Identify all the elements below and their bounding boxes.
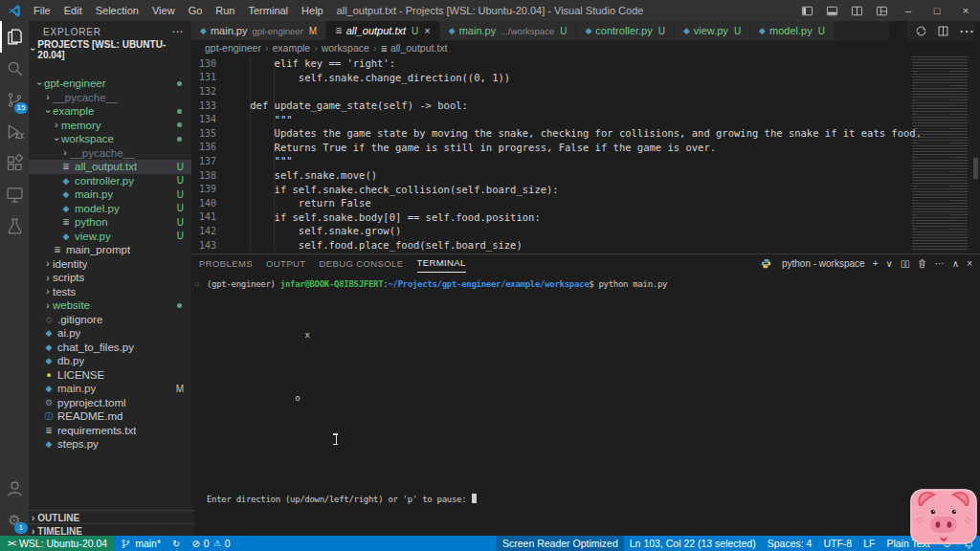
explorer-more-actions-icon[interactable]: ⋯ (171, 25, 184, 38)
breadcrumb-item-all-output-txt[interactable]: ≣all_output.txt (380, 42, 447, 54)
menu-selection[interactable]: Selection (89, 5, 145, 16)
tree-file-ai-py[interactable]: ◆ai.py (29, 326, 191, 341)
terminal[interactable]: ○(gpt-engineer) jnfar@BOOK-Q8IBSJFERT:~/… (191, 272, 980, 536)
menu-run[interactable]: Run (209, 5, 241, 16)
terminal-block-cursor (472, 494, 477, 503)
tab-controller-py[interactable]: ◆controller.pyU (576, 21, 674, 40)
customize-layout-icon[interactable] (869, 0, 894, 21)
warning-icon: ⚠ (213, 539, 221, 548)
tree-folder-identity[interactable]: ›identity (29, 257, 191, 272)
panel-tab-output[interactable]: OUTPUT (266, 254, 305, 272)
toggle-primary-sidebar-icon[interactable] (794, 0, 819, 21)
tree-folder-workspace[interactable]: ›workspace (29, 132, 191, 146)
split-terminal-icon[interactable]: ▯▯ (901, 258, 909, 269)
section-outline[interactable]: ›OUTLINE (29, 510, 194, 524)
line-number: 139 (191, 184, 216, 194)
minimize-icon[interactable]: – (894, 0, 923, 21)
tree-folder--pycache-[interactable]: ›__pycache__ (29, 146, 191, 161)
projects-section-header[interactable]: › PROJECTS [WSL: UBUNTU-20.04] (29, 42, 191, 56)
breadcrumb-item-workspace[interactable]: workspace (322, 42, 369, 54)
remote-explorer-icon[interactable] (0, 179, 29, 210)
tree-file-db-py[interactable]: ◆db.py (29, 354, 191, 368)
encoding[interactable]: UTF-8 (817, 536, 858, 551)
terminal-select[interactable]: python - workspace (782, 258, 865, 269)
maximize-panel-icon[interactable]: ∧ (952, 258, 959, 269)
code-line: 142 self.snake.grow() (191, 224, 401, 238)
code-line: 141 if self.snake.body[0] == self.food.p… (191, 210, 541, 225)
tree-file-readme-md[interactable]: ⓘREADME.md (29, 409, 191, 424)
more-actions-icon[interactable]: ⋯ (959, 22, 974, 40)
tree-file-main-prompt[interactable]: ≣main_prompt (29, 243, 191, 257)
tab-main-py[interactable]: ◆main.pygpt-engineerM (191, 21, 326, 40)
tree-file--gitignore[interactable]: ◇.gitignore (29, 313, 191, 327)
tree-file-all-output-txt[interactable]: ≣all_output.txtU (29, 160, 191, 174)
eol[interactable]: LF (858, 536, 880, 551)
panel-tab-debug-console[interactable]: DEBUG CONSOLE (319, 254, 403, 272)
breadcrumb-item-gpt-engineer[interactable]: gpt-engineer (205, 42, 261, 54)
tree-folder-memory[interactable]: ›memory (29, 119, 191, 133)
maximize-restore-icon[interactable]: □ (923, 0, 951, 21)
tree-folder--pycache-[interactable]: ›__pycache__ (29, 91, 191, 105)
close-icon[interactable]: × (424, 25, 430, 36)
tree-file-requirements-txt[interactable]: ≣requirements.txt (29, 424, 191, 438)
problems[interactable]: ⊘0⚠0 (186, 536, 235, 551)
tree-file-main-py[interactable]: ◆main.pyU (29, 187, 191, 202)
settings-gear-icon[interactable]: ⚙1 (0, 504, 29, 536)
panel-tab-problems[interactable]: PROBLEMS (199, 254, 253, 272)
account-icon[interactable] (0, 473, 29, 504)
breadcrumb-item-example[interactable]: example (272, 42, 310, 54)
menu-edit[interactable]: Edit (57, 5, 89, 16)
close-panel-icon[interactable]: × (967, 258, 972, 269)
tree-folder-scripts[interactable]: ›scripts (29, 271, 191, 285)
tree-folder-example[interactable]: ›example (29, 104, 191, 119)
tab-all-output-txt[interactable]: ≣all_output.txtU× (326, 21, 440, 40)
test-beaker-icon[interactable] (0, 210, 29, 242)
tree-file-main-py[interactable]: ◆main.pyM (29, 382, 191, 396)
toggle-panel-icon[interactable] (819, 0, 844, 21)
kill-terminal-icon[interactable] (917, 258, 927, 269)
open-changes-icon[interactable] (915, 25, 927, 37)
tree-file-view-py[interactable]: ◆view.pyU (29, 230, 191, 244)
tree-file-chat-to-files-py[interactable]: ◆chat_to_files.py (29, 341, 191, 355)
tree-file-license[interactable]: ●LICENSE (29, 368, 191, 383)
minimap[interactable] (912, 56, 968, 250)
explorer-icon[interactable] (0, 21, 29, 53)
tree-file-steps-py[interactable]: ◆steps.py (29, 437, 191, 452)
indentation[interactable]: Spaces: 4 (762, 536, 818, 551)
screen-reader-mode[interactable]: Screen Reader Optimized (497, 536, 624, 551)
sync-icon[interactable]: ↻ (167, 536, 186, 551)
file-tree: ›gpt-engineer›__pycache__›example›memory… (29, 77, 191, 452)
tree-folder-gpt-engineer[interactable]: ›gpt-engineer (29, 77, 191, 91)
split-editor-icon[interactable] (937, 25, 949, 37)
source-control-icon[interactable]: 15 (0, 84, 29, 116)
terminal-dropdown-icon[interactable]: ∨ (885, 258, 892, 269)
split-editor-layout-icon[interactable] (844, 0, 869, 21)
git-branch[interactable]: main* (115, 536, 167, 551)
tree-folder-tests[interactable]: ›tests (29, 285, 191, 299)
tab-view-py[interactable]: ◆view.pyU (675, 21, 750, 40)
menu-go[interactable]: Go (182, 5, 210, 16)
editor-scrollbar[interactable] (973, 158, 978, 179)
extensions-icon[interactable] (0, 147, 29, 179)
tree-file-pyproject-toml[interactable]: ⚙pyproject.toml (29, 396, 191, 410)
menu-view[interactable]: View (145, 5, 182, 16)
cursor-position[interactable]: Ln 103, Col 22 (13 selected) (624, 536, 762, 551)
search-icon[interactable] (0, 53, 29, 84)
tree-file-controller-py[interactable]: ◆controller.pyU (29, 174, 191, 188)
menu-file[interactable]: File (27, 5, 57, 16)
readme-file-icon: ⓘ (43, 410, 55, 423)
new-terminal-icon[interactable]: + (873, 258, 879, 269)
more-actions-icon[interactable]: ⋯ (935, 258, 945, 269)
git-status-badge: U (177, 162, 184, 172)
tree-file-model-py[interactable]: ◆model.pyU (29, 202, 191, 216)
tree-folder-website[interactable]: ›website (29, 298, 191, 313)
line-number: 134 (191, 114, 216, 124)
panel-tab-terminal[interactable]: TERMINAL (417, 254, 466, 273)
tree-file-python[interactable]: ≣pythonU (29, 215, 191, 230)
line-number: 137 (191, 156, 216, 166)
remote-indicator[interactable]: ><WSL: Ubuntu-20.04 (0, 536, 115, 551)
run-and-debug-icon[interactable] (0, 116, 29, 147)
tab-main-py[interactable]: ◆main.py.../workspaceU (440, 21, 577, 40)
close-window-icon[interactable]: × (951, 0, 980, 21)
tab-model-py[interactable]: ◆model.pyU (750, 21, 835, 40)
